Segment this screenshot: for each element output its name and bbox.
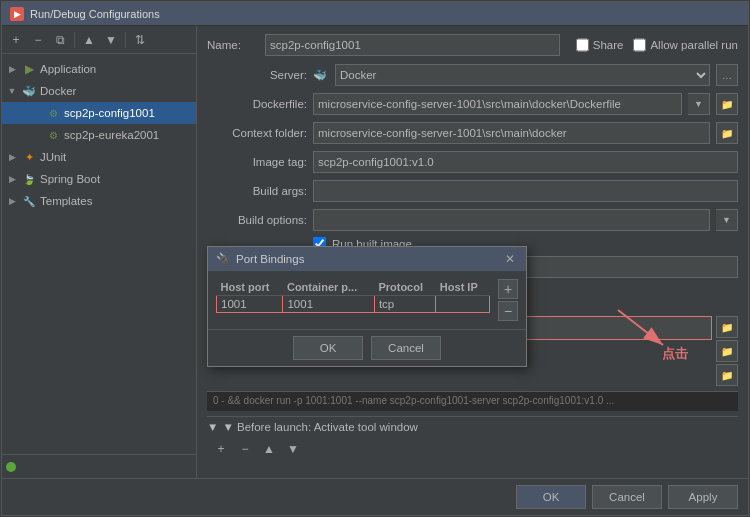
port-table-container: Host port Container p... Protocol Host I…: [216, 279, 518, 321]
tree-item-templates[interactable]: ▶ 🔧 Templates: [2, 190, 196, 212]
tree-item-spring-boot[interactable]: ▶ 🍃 Spring Boot: [2, 168, 196, 190]
tree-label-spring-boot: Spring Boot: [40, 173, 100, 185]
port-bindings-dialog: 🔌 Port Bindings ✕ Host port Container p.…: [207, 246, 527, 367]
apply-button[interactable]: Apply: [668, 485, 738, 509]
col-host-port: Host port: [217, 279, 283, 296]
share-label: Share: [593, 39, 624, 51]
table-add-remove-buttons: + −: [498, 279, 518, 321]
dockerfile-combo-button[interactable]: ▼: [688, 93, 710, 115]
before-launch-section: ▼ ▼ Before launch: Activate tool window …: [207, 416, 738, 465]
cell-protocol: tcp: [374, 296, 435, 313]
before-launch-toggle[interactable]: ▼: [207, 421, 218, 433]
dockerfile-label: Dockerfile:: [207, 98, 307, 110]
port-bindings-table: Host port Container p... Protocol Host I…: [216, 279, 490, 313]
tree-item-docker[interactable]: ▼ 🐳 Docker: [2, 80, 196, 102]
dialog-footer: OK Cancel: [208, 329, 526, 366]
build-options-label: Build options:: [207, 214, 307, 226]
config-tree: ▶ ▶ Application ▼ 🐳 Docker ⚙ scp2p-confi…: [2, 54, 196, 454]
bottom-left-panel: [2, 454, 196, 478]
tree-label-eureka2001: scp2p-eureka2001: [64, 129, 159, 141]
spring-expand-arrow: ▶: [6, 173, 18, 185]
tree-item-scp2p-eureka2001[interactable]: ⚙ scp2p-eureka2001: [2, 124, 196, 146]
table-remove-button[interactable]: −: [498, 301, 518, 321]
cell-host-ip: [436, 296, 490, 313]
dialog-title-bar: 🔌 Port Bindings ✕: [208, 247, 526, 271]
server-row: Server: 🐳 Docker …: [207, 63, 738, 87]
before-launch-add[interactable]: +: [211, 439, 231, 459]
context-folder-browse-button[interactable]: 📁: [716, 122, 738, 144]
toolbar-separator-2: [125, 32, 126, 48]
title-icon: ▶: [10, 7, 24, 21]
bottom-buttons: OK Cancel Apply: [2, 478, 748, 515]
before-launch-toolbar: + − ▲ ▼: [207, 437, 738, 461]
col-host-ip: Host IP: [436, 279, 490, 296]
allow-parallel-label: Allow parallel run: [633, 34, 738, 56]
dockerfile-browse-button[interactable]: 📁: [716, 93, 738, 115]
bindings-browse-btn-2[interactable]: 📁: [716, 340, 738, 362]
status-indicator: [6, 462, 16, 472]
dockerfile-input[interactable]: [313, 93, 682, 115]
templates-expand-arrow: ▶: [6, 195, 18, 207]
junit-icon: ✦: [21, 149, 37, 165]
cancel-button[interactable]: Cancel: [592, 485, 662, 509]
bindings-browse-btn-3[interactable]: 📁: [716, 364, 738, 386]
expand-arrow: ▶: [6, 63, 18, 75]
docker-icon: 🐳: [21, 83, 37, 99]
cell-container-port: 1001: [283, 296, 374, 313]
bindings-browse-btn-1[interactable]: 📁: [716, 316, 738, 338]
name-input[interactable]: [265, 34, 560, 56]
before-launch-move-up[interactable]: ▲: [259, 439, 279, 459]
eureka2001-icon: ⚙: [45, 127, 61, 143]
window-title: Run/Debug Configurations: [30, 8, 740, 20]
cell-host-port: 1001: [217, 296, 283, 313]
docker-server-icon: 🐳: [313, 69, 329, 82]
dialog-cancel-button[interactable]: Cancel: [371, 336, 441, 360]
context-folder-label: Context folder:: [207, 127, 307, 139]
context-folder-row: Context folder: 📁: [207, 121, 738, 145]
build-args-row: Build args:: [207, 179, 738, 203]
dialog-close-button[interactable]: ✕: [502, 251, 518, 267]
remove-config-button[interactable]: −: [28, 30, 48, 50]
table-row[interactable]: 1001 1001 tcp: [217, 296, 490, 313]
before-launch-header: ▼ ▼ Before launch: Activate tool window: [207, 421, 738, 433]
command-preview: 0 - && docker run -p 1001:1001 --name sc…: [207, 391, 738, 411]
dialog-icon: 🔌: [216, 252, 230, 266]
title-bar: ▶ Run/Debug Configurations: [2, 2, 748, 26]
build-options-combo-button[interactable]: ▼: [716, 209, 738, 231]
name-label: Name:: [207, 39, 257, 51]
build-options-input[interactable]: [313, 209, 710, 231]
tree-label-application: Application: [40, 63, 96, 75]
spring-icon: 🍃: [21, 171, 37, 187]
build-args-label: Build args:: [207, 185, 307, 197]
context-folder-input[interactable]: [313, 122, 710, 144]
application-icon: ▶: [21, 61, 37, 77]
sort-button[interactable]: ⇅: [130, 30, 150, 50]
share-checkbox[interactable]: [576, 34, 589, 56]
server-select[interactable]: Docker: [335, 64, 710, 86]
dialog-body: Host port Container p... Protocol Host I…: [208, 271, 526, 329]
tree-item-application[interactable]: ▶ ▶ Application: [2, 58, 196, 80]
before-launch-remove[interactable]: −: [235, 439, 255, 459]
allow-parallel-checkbox[interactable]: [633, 34, 646, 56]
server-browse-button[interactable]: …: [716, 64, 738, 86]
move-up-button[interactable]: ▲: [79, 30, 99, 50]
config1001-icon: ⚙: [45, 105, 61, 121]
copy-config-button[interactable]: ⧉: [50, 30, 70, 50]
build-args-input[interactable]: [313, 180, 738, 202]
left-panel: + − ⧉ ▲ ▼ ⇅ ▶ ▶ Application ▼ 🐳: [2, 26, 197, 478]
tree-item-scp2p-config1001[interactable]: ⚙ scp2p-config1001: [2, 102, 196, 124]
image-tag-input[interactable]: [313, 151, 738, 173]
table-add-button[interactable]: +: [498, 279, 518, 299]
before-launch-move-down[interactable]: ▼: [283, 439, 303, 459]
image-tag-label: Image tag:: [207, 156, 307, 168]
server-label: Server:: [207, 69, 307, 81]
dialog-ok-button[interactable]: OK: [293, 336, 363, 360]
share-checkbox-label: Share: [576, 34, 624, 56]
tree-item-junit[interactable]: ▶ ✦ JUnit: [2, 146, 196, 168]
add-config-button[interactable]: +: [6, 30, 26, 50]
col-container-port: Container p...: [283, 279, 374, 296]
tree-label-templates: Templates: [40, 195, 92, 207]
toolbar-separator: [74, 32, 75, 48]
move-down-button[interactable]: ▼: [101, 30, 121, 50]
ok-button[interactable]: OK: [516, 485, 586, 509]
